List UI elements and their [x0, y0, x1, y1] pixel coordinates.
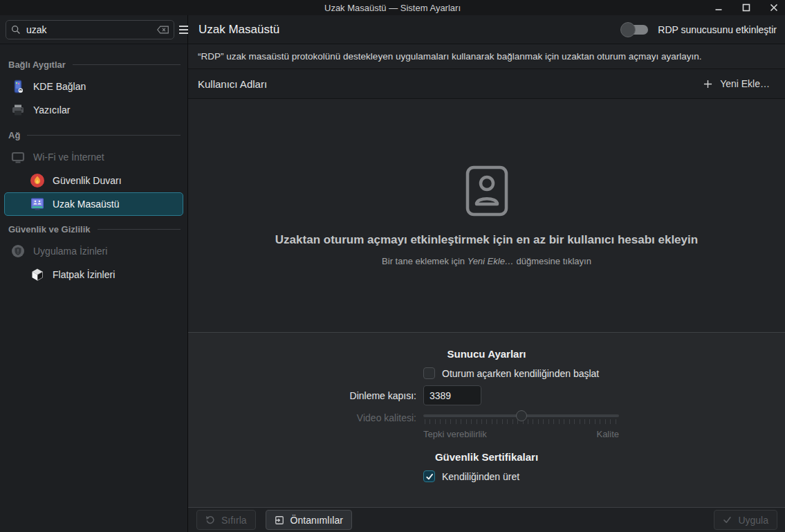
- add-user-button[interactable]: Yeni Ekle…: [698, 75, 775, 93]
- listen-port-input[interactable]: [423, 385, 481, 405]
- printer-icon: [10, 102, 26, 118]
- system-settings-window: Uzak Masaüstü — Sistem Ayarları: [0, 0, 785, 532]
- clear-search-icon[interactable]: [157, 26, 169, 34]
- sidebar-toolbar: [0, 15, 187, 44]
- sidebar-item-firewall[interactable]: Güvenlik Duvarı: [4, 169, 183, 192]
- empty-state-hint: Bir tane eklemek için Yeni Ekle… düğmesi…: [382, 256, 591, 266]
- usernames-header: Kullanıcı Adları Yeni Ekle…: [188, 69, 785, 99]
- sidebar-section-security-privacy: Güvenlik ve Gizlilik: [8, 223, 181, 235]
- firewall-icon: [30, 173, 45, 188]
- rdp-server-toggle[interactable]: RDP sunucusunu etkinleştir: [622, 23, 778, 37]
- slider-minmax-labels: Tepki verebilirlik Kalite: [423, 429, 619, 439]
- plus-icon: [703, 80, 712, 89]
- check-icon: [425, 473, 434, 481]
- sidebar-item-app-permissions[interactable]: Uygulama İzinleri: [4, 239, 183, 263]
- video-quality-label: Video kalitesi:: [188, 412, 416, 423]
- rdp-toggle-label: RDP sunucusunu etkinleştir: [658, 24, 777, 35]
- user-placeholder-icon: [465, 165, 508, 217]
- titlebar: Uzak Masaüstü — Sistem Ayarları: [0, 0, 785, 15]
- apply-check-icon: [723, 515, 732, 524]
- defaults-icon: [275, 515, 284, 525]
- server-settings-title: Sunucu Ayarları: [188, 348, 785, 360]
- sidebar-item-wifi-internet[interactable]: Wi-Fi ve İnternet: [4, 145, 183, 169]
- server-settings-panel: Sunucu Ayarları Oturum açarken kendiliği…: [188, 332, 785, 507]
- empty-state-heading: Uzaktan oturum açmayı etkinleştirmek içi…: [275, 233, 698, 247]
- sidebar-item-remote-desktop[interactable]: Uzak Masaüstü: [4, 192, 183, 216]
- window-controls: [713, 0, 779, 15]
- minimize-icon: [714, 3, 723, 12]
- autogenerate-checkbox-row[interactable]: Kendiliğinden üret: [423, 470, 785, 482]
- close-button[interactable]: [768, 2, 779, 13]
- network-icon: [10, 149, 26, 165]
- maximize-button[interactable]: [741, 2, 752, 13]
- sidebar-item-label: Wi-Fi ve İnternet: [33, 152, 104, 163]
- usernames-title: Kullanıcı Adları: [198, 78, 267, 90]
- sidebar-list: Bağlı Aygıtlar KDE Bağlan: [0, 44, 187, 293]
- autostart-checkbox[interactable]: [423, 367, 435, 379]
- window-title: Uzak Masaüstü — Sistem Ayarları: [324, 3, 461, 13]
- toggle-track-icon: [623, 25, 648, 35]
- user-list-empty-state: Uzaktan oturum açmayı etkinleştirmek içi…: [188, 99, 785, 332]
- page-header: Uzak Masaüstü RDP sunucusunu etkinleştir: [188, 15, 785, 44]
- footer-bar: Sıfırla Öntanımlılar Uygula: [188, 507, 785, 532]
- remote-desktop-icon: [30, 196, 45, 212]
- autostart-checkbox-row[interactable]: Oturum açarken kendiliğinden başlat: [423, 367, 785, 379]
- main-pane: Uzak Masaüstü RDP sunucusunu etkinleştir…: [188, 15, 785, 532]
- quality-max-label: Kalite: [596, 429, 619, 439]
- sidebar-section-connected-devices: Bağlı Aygıtlar: [8, 58, 181, 71]
- reset-button[interactable]: Sıfırla: [196, 510, 256, 530]
- flatpak-icon: [30, 267, 45, 282]
- port-label: Dinleme kapısı:: [188, 390, 416, 401]
- shield-icon: [10, 244, 26, 259]
- minimize-button[interactable]: [713, 2, 724, 13]
- page-title: Uzak Masaüstü: [198, 23, 279, 37]
- search-icon: [11, 25, 21, 35]
- apply-button[interactable]: Uygula: [714, 510, 777, 530]
- search-field[interactable]: [6, 20, 174, 39]
- sidebar-item-label: Yazıcılar: [33, 104, 70, 116]
- close-icon: [770, 3, 778, 12]
- quality-min-label: Tepki verebilirlik: [423, 429, 487, 439]
- sidebar-item-label: Güvenlik Duvarı: [53, 175, 122, 186]
- sidebar-section-network: Ağ: [8, 129, 181, 141]
- maximize-icon: [742, 3, 750, 12]
- sidebar-item-flatpak-permissions[interactable]: Flatpak İzinleri: [4, 263, 183, 286]
- quality-slider-handle[interactable]: [516, 410, 527, 421]
- sidebar: Bağlı Aygıtlar KDE Bağlan: [0, 15, 188, 532]
- search-input[interactable]: [25, 24, 153, 36]
- sidebar-item-label: KDE Bağlan: [33, 81, 86, 92]
- defaults-button[interactable]: Öntanımlılar: [266, 510, 352, 530]
- certificates-title: Güvenlik Sertifikaları: [188, 451, 785, 463]
- sidebar-item-kde-connect[interactable]: KDE Bağlan: [4, 75, 183, 98]
- rdp-description: “RDP” uzak masaüstü protokolünü destekle…: [188, 44, 785, 69]
- sidebar-item-label: Flatpak İzinleri: [53, 269, 115, 280]
- autogenerate-checkbox[interactable]: [423, 470, 435, 482]
- toggle-knob-icon: [620, 22, 636, 37]
- video-quality-slider[interactable]: [423, 412, 619, 424]
- kde-connect-icon: [10, 79, 26, 94]
- sidebar-item-printers[interactable]: Yazıcılar: [4, 98, 183, 122]
- autostart-label: Oturum açarken kendiliğinden başlat: [442, 368, 599, 379]
- undo-icon: [205, 515, 215, 525]
- autogenerate-label: Kendiliğinden üret: [442, 471, 519, 482]
- sidebar-item-label: Uzak Masaüstü: [53, 199, 119, 210]
- sidebar-item-label: Uygulama İzinleri: [33, 246, 107, 257]
